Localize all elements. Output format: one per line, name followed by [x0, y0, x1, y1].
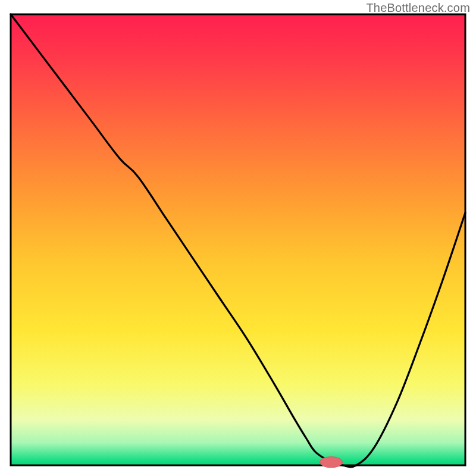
gradient-panel — [11, 14, 465, 465]
watermark: TheBottleneck.com — [366, 1, 470, 15]
bottleneck-chart — [0, 0, 476, 476]
valley-marker — [320, 457, 343, 468]
chart-stage: TheBottleneck.com — [0, 0, 476, 476]
